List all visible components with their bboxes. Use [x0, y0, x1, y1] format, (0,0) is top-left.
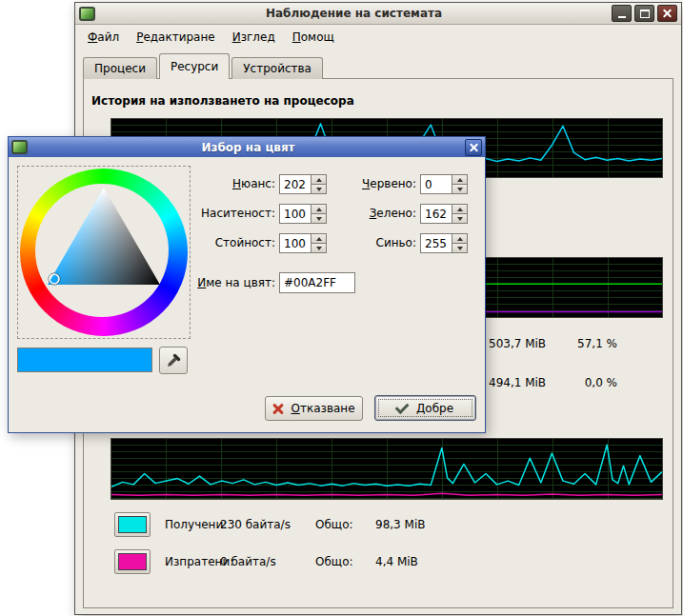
tab-resources[interactable]: Ресурси — [159, 53, 230, 79]
dialog-title: Избор на цвят — [31, 141, 465, 154]
system-monitor-app-icon — [79, 7, 95, 21]
hue-label: Нюанс: — [180, 177, 275, 190]
sent-total: 4,4 MiB — [375, 555, 418, 568]
arrow-up-icon — [316, 237, 322, 241]
network-received-legend: Получени: 230 байта/s Общо: 98,3 MiB — [114, 511, 425, 538]
arrow-down-icon — [316, 188, 322, 191]
green-input[interactable] — [420, 204, 452, 224]
sent-total-label: Общо: — [315, 555, 375, 568]
dialog-close-button[interactable] — [465, 139, 482, 156]
sent-color-swatch — [118, 553, 147, 570]
blue-label: Синьо: — [332, 236, 416, 249]
dialog-titlebar[interactable]: Избор на цвят — [9, 137, 485, 157]
arrow-down-icon — [457, 217, 463, 221]
green-up-button[interactable] — [452, 204, 468, 214]
value-spinner — [279, 233, 329, 253]
arrow-up-icon — [316, 208, 322, 211]
network-history-chart — [110, 438, 663, 500]
ok-icon — [395, 400, 410, 414]
color-name-input[interactable] — [279, 272, 355, 293]
main-titlebar[interactable]: Наблюдение на системата — [75, 3, 681, 25]
hue-down-button[interactable] — [311, 185, 327, 194]
hue-input[interactable] — [279, 174, 311, 194]
eyedropper-icon — [166, 353, 181, 368]
arrow-up-icon — [457, 237, 463, 241]
arrow-up-icon — [457, 178, 463, 182]
arrow-down-icon — [457, 247, 463, 250]
menu-file[interactable]: Файл — [79, 27, 128, 48]
close-button[interactable] — [657, 5, 677, 22]
minimize-icon — [618, 10, 626, 18]
red-down-button[interactable] — [452, 185, 468, 194]
received-color-swatch — [118, 516, 147, 533]
hue-up-button[interactable] — [311, 174, 327, 185]
received-total-label: Общо: — [315, 518, 375, 531]
menubar: Файл Редактиране Изглед Помощ — [75, 25, 681, 50]
received-rate: 230 байта/s — [220, 518, 315, 531]
red-spinner — [420, 174, 470, 194]
menu-edit[interactable]: Редактиране — [128, 27, 224, 48]
menu-help[interactable]: Помощ — [284, 27, 343, 48]
close-icon — [663, 10, 672, 18]
minimize-button[interactable] — [612, 5, 632, 22]
saturation-down-button[interactable] — [311, 214, 327, 224]
cancel-icon — [272, 403, 284, 414]
green-label: Зелено: — [332, 207, 416, 220]
received-total: 98,3 MiB — [375, 518, 425, 531]
swap-percent: 0,0 % — [532, 376, 617, 389]
cancel-button-label: Отказване — [291, 402, 354, 415]
green-spinner — [420, 204, 470, 224]
arrow-down-icon — [316, 247, 322, 250]
cpu-history-heading: История на използването на процесора — [91, 94, 354, 108]
green-down-button[interactable] — [452, 214, 468, 224]
arrow-down-icon — [457, 188, 463, 191]
red-up-button[interactable] — [452, 174, 468, 185]
network-sent-legend: Изпратени: 0 байта/s Общо: 4,4 MiB — [114, 548, 418, 575]
menu-view[interactable]: Изглед — [224, 27, 284, 48]
saturation-value-triangle[interactable] — [20, 169, 188, 336]
value-label: Стойност: — [180, 236, 275, 249]
ok-button[interactable]: Добре — [374, 395, 476, 421]
saturation-input[interactable] — [279, 204, 311, 224]
eyedropper-button[interactable] — [159, 347, 188, 374]
blue-up-button[interactable] — [452, 233, 468, 244]
color-wheel-area — [17, 166, 191, 339]
blue-spinner — [420, 233, 470, 253]
hue-spinner — [279, 174, 329, 194]
red-label: Червено: — [332, 177, 416, 190]
arrow-down-icon — [316, 217, 322, 221]
dialog-app-icon — [11, 140, 28, 154]
cancel-button[interactable]: Отказване — [265, 396, 363, 421]
arrow-up-icon — [316, 178, 322, 182]
blue-input[interactable] — [420, 233, 452, 253]
arrow-up-icon — [457, 208, 463, 211]
ok-button-label: Добре — [416, 402, 453, 415]
tab-devices[interactable]: Устройства — [231, 57, 323, 79]
maximize-button[interactable] — [634, 5, 654, 22]
value-down-button[interactable] — [311, 244, 327, 253]
saturation-label: Наситеност: — [180, 207, 275, 220]
main-window-title: Наблюдение на системата — [99, 7, 609, 20]
notebook-tabs: Процеси Ресурси Устройства — [83, 54, 325, 79]
value-up-button[interactable] — [311, 233, 327, 244]
dialog-close-icon — [470, 143, 478, 151]
sent-color-button[interactable] — [114, 549, 151, 574]
saturation-spinner — [279, 204, 329, 224]
maximize-icon — [640, 10, 650, 18]
memory-percent: 57,1 % — [532, 337, 617, 350]
received-color-button[interactable] — [114, 512, 151, 537]
value-input[interactable] — [279, 233, 311, 253]
saturation-up-button[interactable] — [311, 204, 327, 214]
selected-color-preview — [17, 348, 152, 372]
red-input[interactable] — [420, 174, 452, 194]
blue-down-button[interactable] — [452, 244, 468, 253]
sent-rate: 0 байта/s — [220, 555, 315, 568]
tab-processes[interactable]: Процеси — [83, 57, 157, 79]
sent-label: Изпратени: — [165, 555, 220, 568]
color-name-label: Име на цвят: — [171, 276, 275, 289]
received-label: Получени: — [165, 518, 220, 531]
color-picker-dialog: Избор на цвят — [8, 136, 486, 433]
